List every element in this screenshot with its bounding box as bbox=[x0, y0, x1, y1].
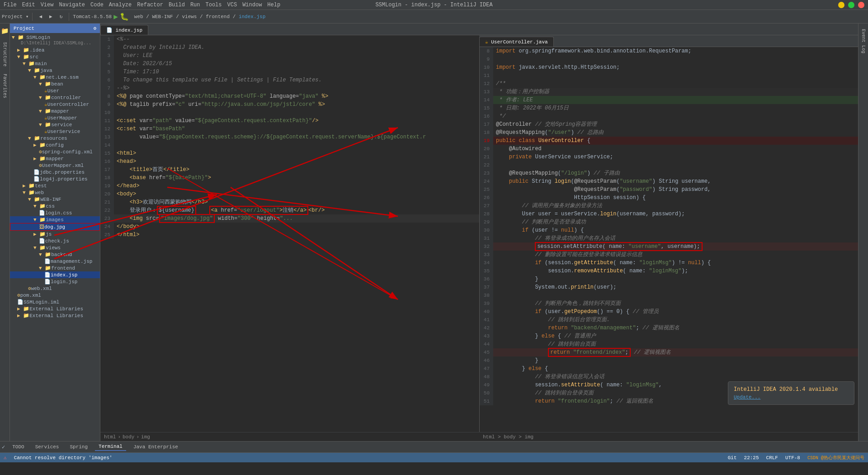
right-line-45: 45 return "frontend/index"; // 逻辑视图名 bbox=[480, 348, 858, 356]
tree-idea[interactable]: ▶ 📁 .idea bbox=[10, 47, 100, 53]
menu-file[interactable]: File bbox=[4, 2, 17, 8]
line-separator[interactable]: CRLF bbox=[766, 455, 778, 461]
tree-userservice[interactable]: ☕ UserService bbox=[10, 128, 100, 135]
maximize-button[interactable] bbox=[848, 2, 854, 8]
tree-controller[interactable]: ▼ 📁 controller bbox=[10, 94, 100, 101]
structure-icon[interactable]: Structure bbox=[2, 40, 7, 68]
tree-resources[interactable]: ▼ 📁 resources bbox=[10, 135, 100, 142]
tree-login-css[interactable]: 📄 login.css bbox=[10, 209, 100, 216]
right-line-25: 25 @RequestParam("password") String pass… bbox=[480, 185, 858, 194]
tree-config-folder[interactable]: ▶ 📁 config bbox=[10, 142, 100, 148]
tree-mapper-folder[interactable]: ▶ 📁 mapper bbox=[10, 155, 100, 162]
right-line-48: 48 // 将登录错误信息写入会话 bbox=[480, 373, 858, 381]
menu-run[interactable]: Run bbox=[190, 2, 200, 8]
menu-window[interactable]: Window bbox=[242, 2, 262, 8]
tab-java-enterprise[interactable]: Java Enterprise bbox=[130, 443, 182, 451]
tree-netleessm[interactable]: ▼ 📁 net.Lee.ssm bbox=[10, 74, 100, 81]
tree-check-js[interactable]: 📄 check.js bbox=[10, 238, 100, 244]
code-line-1: 1<%-- bbox=[100, 35, 479, 43]
menu-code[interactable]: Code bbox=[90, 2, 104, 8]
tree-external-libs[interactable]: ▶ 📁 External Libraries bbox=[10, 305, 100, 312]
debug-button[interactable]: 🐛 bbox=[120, 12, 129, 21]
menu-tools[interactable]: Tools bbox=[206, 2, 222, 8]
tab-services[interactable]: Services bbox=[32, 443, 63, 451]
git-branch[interactable]: Git bbox=[728, 455, 737, 461]
menu-refactor[interactable]: Refactor bbox=[137, 2, 163, 8]
tree-login-jsp[interactable]: 📄 login.jsp bbox=[10, 278, 100, 285]
toolbar-sep2 bbox=[69, 13, 69, 21]
tree-views-folder[interactable]: ▼ 📁 views bbox=[10, 244, 100, 251]
tree-spring-config[interactable]: ⚙ spring-config.xml bbox=[10, 148, 100, 155]
project-tree-panel: Project ⚙ ▼ 📁 SSMLogin D:\Intellij IDEA\… bbox=[10, 24, 100, 441]
tree-css-folder[interactable]: ▼ 📁 css bbox=[10, 203, 100, 209]
tree-web[interactable]: ▼ 📁 web bbox=[10, 189, 100, 196]
window-controls[interactable] bbox=[838, 2, 864, 8]
tree-images-folder[interactable]: ▼ 📁 images bbox=[10, 216, 100, 223]
tree-index-jsp[interactable]: 📄 index.jsp bbox=[10, 271, 100, 278]
minimize-button[interactable] bbox=[838, 2, 844, 8]
tree-log4j-prop[interactable]: 📄 log4j.properties bbox=[10, 176, 100, 182]
tab-spring[interactable]: Spring bbox=[66, 443, 91, 451]
tab-terminal[interactable]: Terminal bbox=[95, 443, 126, 451]
toolbar-back[interactable]: ◀ bbox=[36, 13, 45, 20]
toolbar-forward[interactable]: ▶ bbox=[47, 13, 55, 20]
window-title: SSMLogin - index.jsp - IntelliJ IDEA bbox=[375, 2, 492, 8]
tree-scratches[interactable]: ▶ 📁 External Libraries bbox=[10, 312, 100, 319]
code-line-6: 6 To change this template use File | Set… bbox=[100, 76, 479, 84]
tree-webxml[interactable]: ⚙ web.xml bbox=[10, 285, 100, 292]
tree-mapper-pkg[interactable]: ▼ 📁 mapper bbox=[10, 108, 100, 114]
close-button[interactable] bbox=[858, 2, 864, 8]
tree-usercontroller[interactable]: ☕ UserController bbox=[10, 101, 100, 108]
tree-ssmiml[interactable]: 📄 SSMLogin.iml bbox=[10, 299, 100, 305]
encoding[interactable]: UTF-8 bbox=[785, 455, 800, 461]
run-button[interactable]: ▶ bbox=[113, 12, 118, 21]
tree-dog-jpg[interactable]: 🖼 dog.jpg bbox=[10, 223, 100, 231]
tree-bean[interactable]: ▼ 📁 bean bbox=[10, 81, 100, 87]
tree-management-jsp[interactable]: 📄 management.jsp bbox=[10, 258, 100, 265]
menu-build[interactable]: Build bbox=[169, 2, 185, 8]
right-line-9: 9 bbox=[480, 55, 858, 63]
right-line-12: 12/** bbox=[480, 80, 858, 88]
tree-user-java[interactable]: ☕ User bbox=[10, 87, 100, 94]
tree-main[interactable]: ▼ 📁 main bbox=[10, 60, 100, 67]
menu-navigate[interactable]: Navigate bbox=[59, 2, 85, 8]
right-line-24: 24 public String login(@RequestParam("us… bbox=[480, 177, 858, 185]
project-icon[interactable]: 📁 bbox=[1, 25, 9, 37]
tree-service-pkg[interactable]: ▼ 📁 service bbox=[10, 121, 100, 128]
menu-edit[interactable]: Edit bbox=[22, 2, 35, 8]
update-link[interactable]: Update... bbox=[734, 394, 760, 400]
breadcrumb-right: html > body > img bbox=[479, 432, 858, 441]
menu-bar[interactable]: File Edit View Navigate Code Analyze Ref… bbox=[4, 2, 280, 8]
tree-frontend-folder[interactable]: ▼ 📁 frontend bbox=[10, 265, 100, 271]
tree-root[interactable]: ▼ 📁 SSMLogin bbox=[10, 34, 100, 41]
tree-test[interactable]: ▶ 📁 test bbox=[10, 182, 100, 189]
tree-usermapper-xml[interactable]: ⚙ UserMapper.xml bbox=[10, 162, 100, 169]
code-line-3: 3 User: LEE bbox=[100, 52, 479, 60]
tree-webinf[interactable]: ▼ 📁 WEB-INF bbox=[10, 196, 100, 203]
right-code-editor[interactable]: 8import org.springframework.web.bind.ann… bbox=[479, 47, 858, 432]
tab-index-jsp[interactable]: 📄 index.jsp bbox=[100, 25, 148, 35]
toolbar-refresh[interactable]: ↻ bbox=[57, 13, 66, 20]
code-line-15: 15<html> bbox=[100, 149, 479, 157]
tree-pomxml[interactable]: ⚙ pom.xml bbox=[10, 292, 100, 299]
left-code-editor[interactable]: 1<%-- 2 Created by IntelliJ IDEA. 3 User… bbox=[100, 35, 479, 432]
panel-settings-icon[interactable]: ⚙ bbox=[93, 25, 96, 31]
menu-analyze[interactable]: Analyze bbox=[109, 2, 132, 8]
tree-backend-folder[interactable]: ▼ 📁 backend bbox=[10, 251, 100, 258]
tree-java[interactable]: ▼ 📁 java bbox=[10, 67, 100, 74]
tree-usermapper[interactable]: ☕ UserMapper bbox=[10, 114, 100, 121]
menu-view[interactable]: View bbox=[41, 2, 54, 8]
right-line-22: 22 bbox=[480, 161, 858, 169]
tree-src[interactable]: ▼ 📁 src bbox=[10, 53, 100, 60]
tree-js-folder[interactable]: ▶ 📁 js bbox=[10, 231, 100, 238]
csdn-label: CSDN @热心市民某大佬问号 bbox=[807, 455, 864, 461]
tab-usercontroller[interactable]: ☕ UserController.java bbox=[479, 37, 554, 47]
tree-jdbc-prop[interactable]: 📄 jdbc.properties bbox=[10, 169, 100, 176]
favorites-icon[interactable]: Favorites bbox=[2, 72, 7, 100]
menu-help[interactable]: Help bbox=[267, 2, 280, 8]
tab-todo[interactable]: TODO bbox=[9, 443, 28, 451]
right-tab-1[interactable]: Event Log bbox=[860, 25, 867, 57]
error-icon: ⚠ bbox=[4, 455, 7, 461]
menu-vcs[interactable]: VCS bbox=[227, 2, 237, 8]
right-line-39: 39 // 判断用户角色，跳转到不同页面 bbox=[480, 299, 858, 308]
